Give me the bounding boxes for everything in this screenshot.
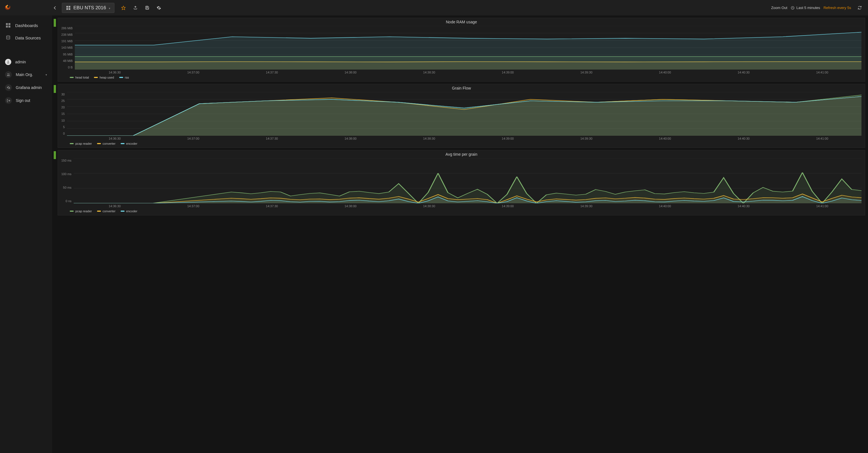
sidebar-item-label: Main Org.	[16, 73, 33, 77]
settings-button[interactable]	[154, 3, 164, 13]
refresh-button[interactable]	[855, 3, 865, 13]
signout-icon	[5, 97, 12, 104]
time-range-picker[interactable]: Last 5 minutes	[791, 6, 820, 10]
dashboard-picker[interactable]: EBU NTS 2016 ▾	[62, 3, 115, 13]
avatar-icon	[5, 59, 11, 65]
chart-legend: pcap readerconverterencoder	[61, 140, 862, 145]
svg-rect-2	[66, 8, 68, 10]
legend-item[interactable]: pcap reader	[70, 209, 92, 213]
y-axis: 302520151050	[61, 92, 65, 136]
svg-rect-3	[69, 8, 70, 10]
legend-item[interactable]: converter	[97, 142, 116, 145]
chart-panel[interactable]: Node RAM usage 286 MiB238 MiB191 MiB143 …	[58, 18, 865, 82]
users-icon	[5, 71, 12, 78]
dashboard-title: EBU NTS 2016	[73, 5, 106, 11]
y-axis: 150 ms100 ms50 ms0 ns	[61, 158, 71, 203]
panel-title: Grain Flow	[61, 86, 862, 90]
chart-panel[interactable]: Grain Flow 302520151050 14:36:3014:37:00…	[58, 84, 865, 148]
svg-rect-9	[8, 23, 10, 25]
gear-icon	[5, 84, 12, 91]
sidebar-item-label: Sign out	[16, 98, 30, 103]
dashboard-content: Node RAM usage 286 MiB238 MiB191 MiB143 …	[52, 16, 868, 453]
chart-plot[interactable]	[67, 92, 862, 136]
zoom-out-button[interactable]: Zoom Out	[771, 6, 787, 10]
svg-rect-11	[8, 26, 10, 28]
svg-point-15	[9, 74, 9, 75]
chevron-down-icon: ▾	[45, 73, 47, 76]
panel-title: Avg time per grain	[61, 152, 862, 157]
row-handle[interactable]	[54, 19, 56, 27]
sidebar-item-datasources[interactable]: Data Sources	[0, 32, 52, 44]
svg-rect-1	[69, 6, 70, 8]
sidebar: Dashboards Data Sources admin Main Org. …	[0, 16, 52, 453]
svg-rect-8	[6, 23, 8, 25]
chart-legend: head totalheap usedrss	[61, 74, 862, 79]
database-icon	[5, 35, 11, 41]
row-handle[interactable]	[54, 85, 56, 93]
chart-plot[interactable]	[74, 158, 862, 203]
panel-title: Node RAM usage	[61, 20, 862, 24]
svg-point-14	[8, 74, 9, 75]
sidebar-item-dashboards[interactable]: Dashboards	[0, 20, 52, 31]
y-axis: 286 MiB238 MiB191 MiB143 MiB95 MiB48 MiB…	[61, 26, 72, 69]
topbar: EBU NTS 2016 ▾ Zoom Out Last 5 minutes R…	[0, 0, 868, 16]
sidebar-item-signout[interactable]: Sign out	[0, 94, 52, 107]
x-axis: 14:36:3014:37:0014:37:3014:38:0014:38:30…	[61, 71, 862, 74]
star-button[interactable]	[118, 3, 128, 13]
svg-point-12	[6, 36, 10, 37]
svg-rect-10	[6, 26, 8, 28]
chart-panel[interactable]: Avg time per grain 150 ms100 ms50 ms0 ns…	[58, 150, 865, 216]
save-button[interactable]	[142, 3, 152, 13]
sidebar-item-org[interactable]: Main Org. ▾	[0, 68, 52, 81]
refresh-interval-label[interactable]: Refresh every 5s	[824, 6, 851, 10]
grafana-logo[interactable]	[3, 4, 12, 12]
legend-item[interactable]: rss	[119, 76, 129, 79]
sidebar-item-grafana-admin[interactable]: Grafana admin	[0, 81, 52, 94]
back-button[interactable]	[50, 3, 60, 13]
svg-rect-5	[146, 6, 148, 7]
chart-plot[interactable]	[75, 26, 862, 69]
svg-rect-6	[146, 8, 148, 9]
share-button[interactable]	[130, 3, 140, 13]
legend-item[interactable]: head total	[70, 76, 89, 79]
svg-marker-4	[122, 6, 125, 9]
svg-rect-0	[66, 6, 68, 8]
sidebar-item-label: Grafana admin	[16, 85, 42, 90]
sidebar-item-label: Data Sources	[15, 35, 41, 40]
sidebar-item-user[interactable]: admin	[0, 56, 52, 68]
grid-icon	[5, 22, 11, 28]
sidebar-item-label: admin	[15, 60, 26, 64]
x-axis: 14:36:3014:37:0014:37:3014:38:0014:38:30…	[61, 204, 862, 208]
time-range-label: Last 5 minutes	[796, 6, 820, 10]
legend-item[interactable]: encoder	[121, 209, 137, 213]
chevron-down-icon: ▾	[109, 7, 110, 10]
svg-point-13	[8, 60, 9, 62]
legend-item[interactable]: converter	[97, 209, 116, 213]
chart-legend: pcap readerconverterencoder	[61, 208, 862, 213]
legend-item[interactable]: heap used	[94, 76, 114, 79]
row-handle[interactable]	[54, 151, 56, 159]
legend-item[interactable]: encoder	[121, 142, 137, 145]
x-axis: 14:36:3014:37:0014:37:3014:38:0014:38:30…	[61, 137, 862, 140]
sidebar-item-label: Dashboards	[15, 23, 38, 28]
legend-item[interactable]: pcap reader	[70, 142, 92, 145]
